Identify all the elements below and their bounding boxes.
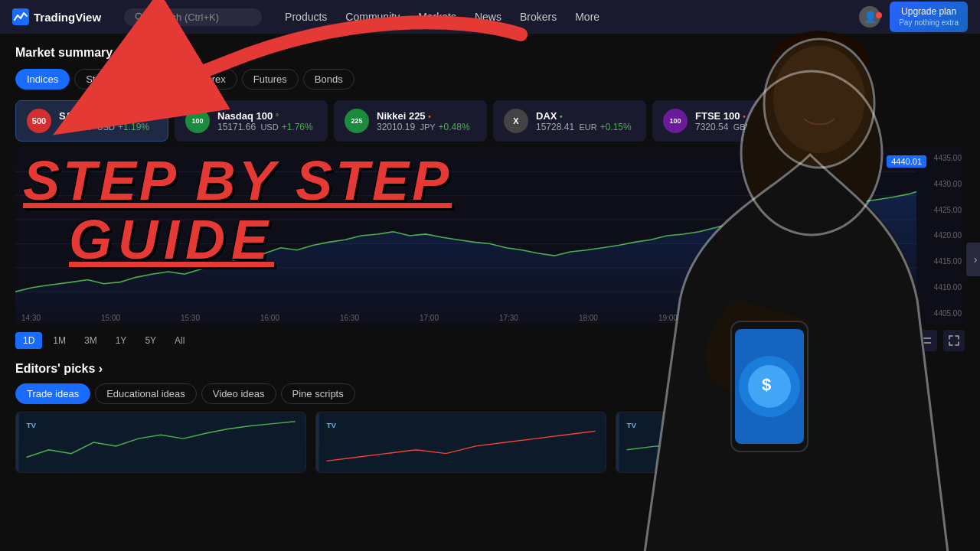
time-1d[interactable]: 1D [15,332,42,349]
time-controls: 1D 1M 3M 1Y 5Y All [15,330,965,351]
editors-card-1[interactable]: TV [15,412,306,473]
navbar: TradingView Search (Ctrl+K) Products Com… [0,0,980,34]
chart-container: 4440.01 4435.00 4430.00 4425.00 4420.00 … [15,148,965,324]
nav-more[interactable]: More [575,11,599,23]
nasdaq-change: +1.76% [282,122,313,132]
time-5y[interactable]: 5Y [137,332,164,349]
y-label-5: 4415.00 [926,257,962,266]
tab-educational[interactable]: Educational ideas [95,383,197,404]
compare-icon [921,335,932,346]
svg-text:TV: TV [327,421,337,429]
card-2-thumbnail: TV [316,412,606,472]
search-bar[interactable]: Search (Ctrl+K) [124,8,262,26]
avatar-wrapper: 👤 [859,6,880,28]
nav-right: 👤 Upgrade plan Pay nothing extra [859,2,968,33]
svg-rect-12 [319,412,603,472]
embed-button[interactable] [861,330,882,351]
x-label-4: 16:00 [260,314,279,322]
upgrade-button[interactable]: Upgrade plan Pay nothing extra [890,2,968,33]
sp500-change: +1.19% [118,122,149,132]
x-label-9: 19:00 [658,314,678,322]
index-card-ftse[interactable]: 100 FTSE 100 • 7320.54 GBP +0.68% [652,100,805,142]
x-label-5: 16:30 [340,314,359,322]
tab-indices[interactable]: Indices [15,69,70,90]
tab-trade-ideas[interactable]: Trade ideas [15,383,90,404]
editors-section: Editors' picks › Trade ideas Educational… [15,362,965,473]
chart-y-axis: 4435.00 4430.00 4425.00 4420.00 4415.00 … [923,148,965,324]
y-label-1: 4435.00 [926,154,962,162]
nav-links: Products Community Markets News Brokers … [285,11,599,23]
svg-text:TV: TV [27,421,37,429]
nav-products[interactable]: Products [285,11,327,23]
index-card-nasdaq[interactable]: 100 Nasdaq 100 ° 15171.66 USD +1.76% [175,100,328,142]
nikkei-price: 32010.19 JPY [377,122,436,132]
x-label-12: 21:00 [897,314,916,322]
tab-bonds[interactable]: Bonds [303,69,354,90]
market-tabs: Indices Stocks Crypto Forex Futures Bond… [15,69,965,90]
fullscreen-button[interactable] [943,330,965,351]
card-3-thumbnail: TV [616,412,906,472]
time-1y[interactable]: 1Y [108,332,135,349]
tab-video[interactable]: Video ideas [201,383,276,404]
search-icon [135,12,144,21]
sp500-price: 4439.97 USD [59,122,115,132]
editors-card-3[interactable]: TV [616,412,906,473]
dax-info: DAX • 15728.41 EUR +0.15% [536,110,635,132]
nav-news[interactable]: News [475,11,501,23]
editors-tabs: Trade ideas Educational ideas Video idea… [15,383,965,404]
chart-actions [861,330,965,351]
tab-crypto[interactable]: Crypto [132,69,184,90]
editors-picks-title[interactable]: Editors' picks › [15,362,965,376]
time-all[interactable]: All [167,332,192,349]
tab-pine[interactable]: Pine scripts [281,383,355,404]
y-label-2: 4430.00 [926,180,962,188]
nikkei-name: Nikkei 225 • [377,110,476,122]
logo-text: TradingView [34,11,101,24]
fullscreen-icon [949,335,959,346]
chart-x-axis: 14:30 15:00 15:30 16:00 16:30 17:00 17:3… [15,312,923,324]
time-1m[interactable]: 1M [45,332,74,349]
ftse-change: +0.68% [754,122,786,132]
index-card-sp500[interactable]: 500 S&P 500 4439.97 USD +1.19% [15,100,168,142]
tab-forex[interactable]: Forex [189,69,237,90]
nasdaq-badge: 100 [185,109,210,133]
nasdaq-info: Nasdaq 100 ° 15171.66 USD +1.76% [217,110,317,132]
editors-cards: TV TV TV [15,412,965,473]
ftse-info: FTSE 100 • 7320.54 GBP +0.68% [695,110,795,132]
nasdaq-price: 15171.66 USD [217,122,279,132]
sp500-badge: 500 [27,109,51,133]
editors-card-2[interactable]: TV [315,412,606,473]
x-label-2: 15:00 [101,314,120,322]
x-label-1: 14:30 [21,314,41,322]
y-label-4: 4420.00 [926,231,962,240]
compare-button[interactable] [916,330,937,351]
y-label-6: 4410.00 [926,283,962,292]
index-card-dax[interactable]: X DAX • 15728.41 EUR +0.15% [493,100,646,142]
market-summary-title[interactable]: Market summary › [15,46,965,60]
ftse-name: FTSE 100 • [695,110,795,122]
ftse-price: 7320.54 GBP [695,122,751,132]
dax-price: 15728.41 EUR [536,122,597,132]
tab-stocks[interactable]: Stocks [74,69,127,90]
nikkei-info: Nikkei 225 • 32010.19 JPY +0.48% [377,110,476,132]
share-button[interactable] [888,330,910,351]
nav-markets[interactable]: Markets [418,11,456,23]
nikkei-change: +0.48% [439,122,470,132]
search-placeholder: Search (Ctrl+K) [150,11,219,23]
chart-svg [15,148,965,324]
sp500-name: S&P 500 [59,110,157,122]
dax-badge: X [504,109,528,133]
nikkei-badge: 225 [345,109,369,133]
y-label-3: 4425.00 [926,206,962,214]
ftse-badge: 100 [663,109,688,133]
tab-futures[interactable]: Futures [242,69,299,90]
share-icon [893,335,904,346]
dax-name: DAX • [536,110,635,122]
notification-dot [876,12,882,18]
logo[interactable]: TradingView [12,8,101,25]
x-label-6: 17:00 [420,314,439,322]
nav-community[interactable]: Community [345,11,400,23]
time-3m[interactable]: 3M [77,332,105,349]
index-card-nikkei[interactable]: 225 Nikkei 225 • 32010.19 JPY +0.48% [334,100,487,142]
nav-brokers[interactable]: Brokers [520,11,557,23]
